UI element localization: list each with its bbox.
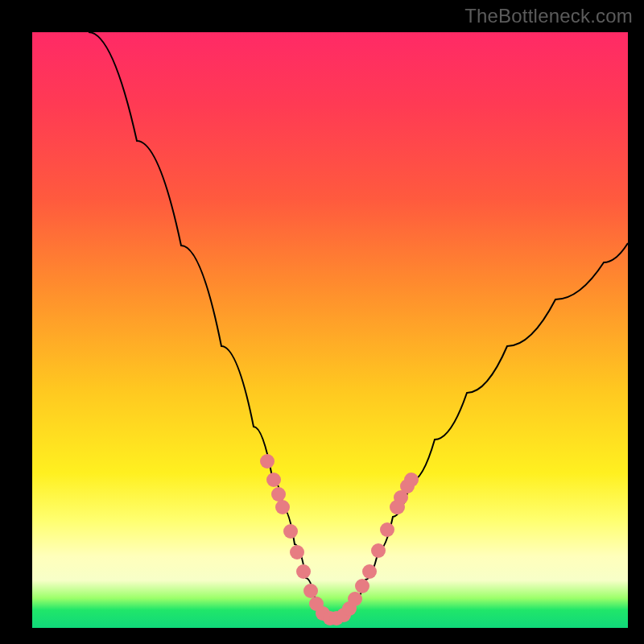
- curve-right: [333, 243, 628, 620]
- plot-area: [32, 32, 628, 628]
- scatter-layer: [260, 454, 419, 625]
- scatter-dot: [348, 592, 362, 606]
- scatter-dot: [296, 564, 311, 579]
- scatter-dot: [266, 473, 281, 487]
- scatter-dot: [271, 487, 286, 502]
- scatter-dot: [380, 522, 394, 537]
- scatter-dot: [260, 454, 275, 469]
- scatter-dot: [390, 500, 405, 514]
- scatter-dot: [362, 564, 377, 579]
- scatter-dot: [404, 473, 419, 487]
- scatter-dot: [355, 579, 369, 593]
- watermark-text: TheBottleneck.com: [464, 5, 633, 27]
- scatter-dot: [290, 545, 304, 559]
- scatter-dot: [371, 543, 386, 558]
- scatter-dot: [283, 524, 298, 539]
- chart-frame: TheBottleneck.com: [0, 0, 644, 644]
- scatter-dot: [303, 584, 318, 598]
- scatter-dot: [275, 500, 290, 514]
- curve-layer: [32, 32, 628, 628]
